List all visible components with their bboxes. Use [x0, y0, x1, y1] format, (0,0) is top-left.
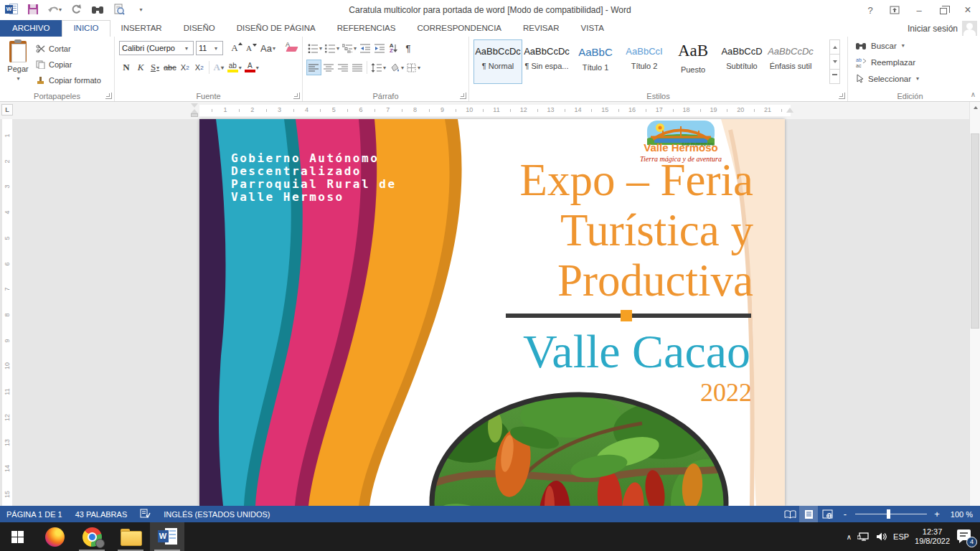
grow-font-button[interactable]: A: [227, 40, 242, 56]
numbering-button[interactable]: ▾: [324, 40, 341, 56]
clock[interactable]: 12:37 19/8/2022: [915, 527, 950, 546]
zoom-thumb[interactable]: [887, 509, 890, 519]
scrollbar-thumb[interactable]: [971, 133, 979, 329]
scroll-up-arrow[interactable]: [970, 102, 980, 113]
close-button[interactable]: ×: [956, 0, 980, 20]
styles-dialog-launcher[interactable]: [839, 93, 845, 99]
dropdown-caret[interactable]: ▾: [212, 42, 220, 55]
italic-button[interactable]: K: [133, 60, 148, 75]
taskbar-firefox[interactable]: [37, 522, 72, 551]
tab-diseño[interactable]: DISEÑO: [173, 20, 226, 37]
sort-button[interactable]: AZ: [387, 40, 401, 56]
action-center-button[interactable]: 4: [956, 527, 974, 546]
dropdown-caret[interactable]: ▾: [418, 65, 420, 71]
language-indicator[interactable]: INGLÉS (ESTADOS UNIDOS): [157, 510, 276, 519]
dropdown-caret[interactable]: ▾: [182, 42, 191, 55]
dropdown-caret[interactable]: ▾: [916, 75, 919, 82]
network-icon[interactable]: [857, 532, 870, 542]
dropdown-caret[interactable]: ▾: [319, 45, 322, 52]
replace-button[interactable]: ab ac Reemplazar: [855, 55, 972, 70]
style-subtítulo[interactable]: AaBbCcDSubtítulo: [717, 39, 766, 84]
align-right-button[interactable]: [336, 60, 350, 75]
font-color-button[interactable]: A▾: [243, 60, 260, 75]
superscript-button[interactable]: X2: [192, 60, 207, 75]
proofing-icon[interactable]: [133, 509, 157, 519]
change-case-button[interactable]: Aa▾: [259, 40, 277, 56]
volume-icon[interactable]: [876, 532, 887, 542]
shading-button[interactable]: ▾: [387, 60, 405, 75]
find-button[interactable]: Buscar▾: [855, 38, 972, 53]
styles-scroll-down-button[interactable]: [830, 55, 839, 69]
zoom-percentage[interactable]: 100 %: [946, 510, 977, 519]
increase-indent-button[interactable]: [372, 40, 387, 56]
restore-button[interactable]: [931, 0, 956, 20]
taskbar-chrome[interactable]: [75, 522, 109, 551]
read-mode-button[interactable]: [781, 506, 799, 522]
select-button[interactable]: Seleccionar▾: [855, 71, 972, 86]
line-spacing-button[interactable]: ▾: [369, 60, 387, 75]
dropdown-caret[interactable]: ▾: [401, 65, 404, 71]
dropdown-caret[interactable]: ▾: [902, 42, 905, 49]
web-layout-button[interactable]: [818, 506, 837, 522]
multilevel-list-button[interactable]: ▾: [341, 40, 358, 56]
clipboard-dialog-launcher[interactable]: [105, 93, 112, 99]
help-button[interactable]: ?: [858, 0, 882, 20]
highlight-color-button[interactable]: ab▾: [226, 60, 243, 75]
bold-button[interactable]: N: [119, 60, 133, 75]
style--normal[interactable]: AaBbCcDc¶ Normal: [473, 39, 522, 84]
tab-diseño-de-página[interactable]: DISEÑO DE PÁGINA: [226, 20, 326, 37]
subscript-button[interactable]: X2: [178, 60, 192, 75]
collapse-ribbon-button[interactable]: ∧: [971, 90, 976, 98]
borders-button[interactable]: ▾: [405, 60, 422, 75]
print-layout-button[interactable]: [799, 506, 818, 522]
paragraph-dialog-launcher[interactable]: [460, 93, 466, 99]
copy-button[interactable]: Copiar: [36, 57, 101, 72]
font-family-combo[interactable]: Calibri (Cuerpo▾: [119, 41, 194, 55]
tab-referencias[interactable]: REFERENCIAS: [326, 20, 407, 37]
taskbar-explorer[interactable]: [113, 522, 148, 551]
v-ruler[interactable]: 123456789101112131415: [2, 119, 12, 506]
zoom-slider[interactable]: - +: [841, 509, 941, 519]
word-count[interactable]: 43 PALABRAS: [69, 510, 134, 519]
tab-selector[interactable]: L: [1, 104, 13, 116]
tab-insertar[interactable]: INSERTAR: [110, 20, 173, 37]
page-indicator[interactable]: PÁGINA 1 DE 1: [0, 510, 69, 519]
font-size-combo[interactable]: 11▾: [196, 41, 223, 55]
style--sin-espa-[interactable]: AaBbCcDc¶ Sin espa...: [522, 39, 571, 84]
justify-button[interactable]: [350, 60, 364, 75]
show-paragraph-marks-button[interactable]: ¶: [401, 40, 415, 56]
text-effects-button[interactable]: A▾: [212, 60, 226, 75]
style-énfasis-sutil[interactable]: AaBbCcDcÉnfasis sutil: [766, 39, 815, 84]
taskbar-word[interactable]: W: [150, 522, 184, 551]
shrink-font-button[interactable]: A: [242, 40, 256, 56]
styles-more-button[interactable]: [830, 70, 839, 83]
right-indent-marker[interactable]: [786, 108, 793, 113]
cut-button[interactable]: Cortar: [36, 41, 101, 57]
tab-revisar[interactable]: REVISAR: [512, 20, 570, 37]
strikethrough-button[interactable]: abc: [162, 60, 178, 75]
align-left-button[interactable]: [306, 60, 321, 75]
tab-archivo[interactable]: ARCHIVO: [0, 20, 62, 37]
styles-scroll-up-button[interactable]: [830, 40, 839, 55]
account-avatar[interactable]: [962, 21, 977, 36]
h-ruler[interactable]: 123456789101112131415161718192021: [199, 105, 791, 116]
dropdown-caret[interactable]: ▾: [336, 45, 339, 52]
style-título-1[interactable]: AaBbCTítulo 1: [571, 39, 620, 84]
dropdown-caret[interactable]: ▾: [354, 45, 357, 52]
clear-formatting-button[interactable]: [284, 40, 300, 56]
underline-button[interactable]: S▾: [148, 60, 162, 75]
minimize-button[interactable]: –: [907, 0, 931, 20]
tab-correspondencia[interactable]: CORRESPONDENCIA: [406, 20, 512, 37]
style-puesto[interactable]: AaBPuesto: [669, 39, 717, 84]
ribbon-display-options-button[interactable]: [882, 0, 907, 20]
tab-vista[interactable]: VISTA: [570, 20, 615, 37]
font-dialog-launcher[interactable]: [293, 93, 300, 99]
left-indent-marker[interactable]: [191, 113, 198, 117]
bullets-button[interactable]: ▾: [306, 40, 324, 56]
style-título-2[interactable]: AaBbCcITítulo 2: [620, 39, 669, 84]
show-hidden-icons-button[interactable]: ∧: [847, 533, 852, 541]
format-painter-button[interactable]: Copiar formato: [36, 72, 101, 88]
zoom-out-button[interactable]: -: [841, 509, 849, 519]
document-page[interactable]: Gobierno AutónomoDescentralizadoParroqui…: [199, 119, 785, 506]
input-language[interactable]: ESP: [893, 532, 909, 541]
